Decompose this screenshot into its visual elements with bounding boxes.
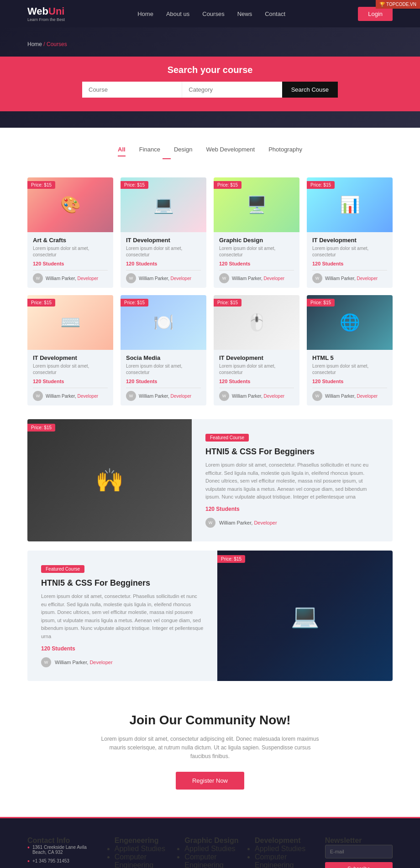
author-name: William Parker, Developer bbox=[325, 394, 378, 399]
course-students: 120 Students bbox=[219, 379, 294, 384]
course-title: IT Development bbox=[33, 354, 108, 361]
footer-development-list: Applied Studies Computer Engineering Inf… bbox=[255, 845, 311, 868]
author-avatar: W bbox=[33, 391, 43, 401]
address-bullet: • bbox=[27, 844, 30, 851]
course-title: IT Development bbox=[219, 354, 294, 361]
breadcrumb-home[interactable]: Home bbox=[27, 41, 42, 47]
author-role: Developer bbox=[77, 276, 98, 281]
author-role: Developer bbox=[77, 394, 98, 399]
featured-image-2: Price: $15 💻 bbox=[217, 551, 393, 681]
footer-newsletter: Newsletter Subscribe *We will never spam… bbox=[325, 837, 393, 868]
course-author: W William Parker, Developer bbox=[219, 270, 294, 283]
author-avatar: W bbox=[312, 391, 322, 401]
course-image: Price: $15 💻 bbox=[121, 177, 206, 232]
course-students: 120 Students bbox=[312, 261, 387, 266]
footer-graphic-title: Graphic Design bbox=[184, 837, 241, 845]
course-image: Price: $15 🎨 bbox=[27, 177, 113, 232]
course-students: 120 Students bbox=[33, 261, 108, 266]
course-info: Graphic Design Lorem ipsum dolor sit ame… bbox=[214, 232, 299, 288]
list-item: Applied Studies bbox=[184, 845, 241, 853]
nav-contact[interactable]: Contact bbox=[265, 10, 285, 17]
filter-tab-photography[interactable]: Photography bbox=[268, 146, 302, 156]
course-image: Price: $15 ⌨️ bbox=[27, 295, 113, 350]
author-avatar: W bbox=[33, 273, 43, 283]
list-item: Applied Studies bbox=[115, 845, 171, 853]
price-badge: Price: $15 bbox=[307, 181, 335, 189]
course-card: Price: $15 🎨 Art & Crafts Lorem ipsum do… bbox=[27, 177, 113, 288]
login-button[interactable]: Login bbox=[358, 7, 393, 21]
course-card: Price: $15 🖱️ IT Development Lorem ipsum… bbox=[214, 295, 299, 405]
featured-image-1: Price: $15 🙌 bbox=[27, 419, 192, 541]
author-name: William Parker, Developer bbox=[139, 276, 191, 281]
search-section: Search your course Search Couse bbox=[0, 57, 420, 111]
course-card: Price: $15 🖥️ Graphic Design Lorem ipsum… bbox=[214, 177, 299, 288]
price-badge: Price: $15 bbox=[214, 181, 242, 189]
register-button[interactable]: Register Now bbox=[176, 772, 244, 790]
course-title: Socia Media bbox=[126, 354, 201, 361]
course-image: Price: $15 🖥️ bbox=[214, 177, 299, 232]
featured-content-1: Featured Course HTNl5 & CSS For Begginer… bbox=[192, 419, 393, 541]
course-info: IT Development Lorem ipsum dolor sit ame… bbox=[214, 350, 299, 405]
course-card: Price: $15 ⌨️ IT Development Lorem ipsum… bbox=[27, 295, 113, 405]
breadcrumb: Home / Courses bbox=[27, 36, 393, 57]
author-name: William Parker, Developer bbox=[219, 520, 277, 525]
newsletter-email-input[interactable] bbox=[325, 845, 393, 858]
filter-tab-finance[interactable]: Finance bbox=[139, 146, 160, 156]
filter-tabs: All Finance Design Web Development Photo… bbox=[27, 146, 393, 156]
nav-about[interactable]: About us bbox=[166, 10, 189, 17]
course-card: Price: $15 💻 IT Development Lorem ipsum … bbox=[121, 177, 206, 288]
subscribe-button[interactable]: Subscribe bbox=[325, 862, 393, 868]
course-image: Price: $15 🍽️ bbox=[121, 295, 206, 350]
course-desc: Lorem ipsum dolor sit amet, consectetur bbox=[219, 363, 294, 376]
course-input[interactable] bbox=[82, 82, 182, 98]
course-desc: Lorem ipsum dolor sit amet, consectetur bbox=[126, 245, 201, 258]
course-grid: Price: $15 🎨 Art & Crafts Lorem ipsum do… bbox=[0, 168, 420, 415]
featured-course-1: Price: $15 🙌 Featured Course HTNl5 & CSS… bbox=[27, 419, 393, 541]
author-avatar: W bbox=[126, 391, 136, 401]
featured-price-badge-1: Price: $15 bbox=[27, 424, 55, 431]
footer-development-title: Development bbox=[255, 837, 311, 845]
course-author: W William Parker, Developer bbox=[33, 388, 108, 401]
featured-section-wrapper-1: Price: $15 🙌 Featured Course HTNl5 & CSS… bbox=[0, 415, 420, 546]
course-info: Socia Media Lorem ipsum dolor sit amet, … bbox=[121, 350, 206, 405]
author-role: Developer bbox=[357, 394, 378, 399]
author-role: Developer bbox=[357, 276, 378, 281]
featured-content-2: Featured Course HTNl5 & CSS For Begginer… bbox=[27, 551, 217, 681]
price-badge: Price: $15 bbox=[121, 181, 148, 189]
filter-tab-all[interactable]: All bbox=[118, 146, 126, 156]
author-avatar: W bbox=[126, 273, 136, 283]
logo-web: Web bbox=[27, 5, 48, 17]
filter-tab-design[interactable]: Design bbox=[174, 146, 192, 156]
course-image: Price: $15 🌐 bbox=[307, 295, 393, 350]
nav-courses[interactable]: Courses bbox=[202, 10, 224, 17]
address-text: 1361 Creekside Lane Avila Beach, CA 932 bbox=[32, 845, 101, 855]
nav-home[interactable]: Home bbox=[137, 10, 153, 17]
course-title: IT Development bbox=[126, 237, 201, 244]
course-info: Art & Crafts Lorem ipsum dolor sit amet,… bbox=[27, 232, 113, 288]
author-avatar: W bbox=[41, 657, 51, 667]
course-students: 120 Students bbox=[126, 379, 201, 384]
course-info: IT Development Lorem ipsum dolor sit ame… bbox=[121, 232, 206, 288]
header: WebUni Learn From the Best Home About us… bbox=[0, 0, 420, 27]
filter-tab-web-dev[interactable]: Web Development bbox=[206, 146, 255, 156]
author-name: William Parker, Developer bbox=[325, 276, 378, 281]
footer-engineering: Engeneering Applied Studies Computer Eng… bbox=[115, 837, 171, 868]
nav-news[interactable]: News bbox=[237, 10, 252, 17]
footer: Contact Info • 1361 Creekside Lane Avila… bbox=[0, 818, 420, 868]
course-card: Price: $15 📊 IT Development Lorem ipsum … bbox=[307, 177, 393, 288]
community-section: Join Our Community Now! Lorem ipsum dolo… bbox=[0, 686, 420, 817]
price-badge: Price: $15 bbox=[214, 299, 242, 307]
featured-course-2: Featured Course HTNl5 & CSS For Begginer… bbox=[27, 551, 393, 681]
list-item: Applied Studies bbox=[255, 845, 311, 853]
featured-author-2: W William Parker, Developer bbox=[41, 657, 204, 667]
search-button[interactable]: Search Couse bbox=[282, 82, 338, 98]
list-item: Computer Engineering bbox=[255, 853, 311, 868]
course-card: Price: $15 🍽️ Socia Media Lorem ipsum do… bbox=[121, 295, 206, 405]
featured-image-icon-1: 🙌 bbox=[95, 467, 124, 494]
footer-engineering-list: Applied Studies Computer Engineering Sof… bbox=[115, 845, 171, 868]
category-input[interactable] bbox=[182, 82, 282, 98]
author-name: William Parker, Developer bbox=[232, 394, 284, 399]
author-role: Developer bbox=[263, 276, 284, 281]
course-info: IT Development Lorem ipsum dolor sit ame… bbox=[27, 350, 113, 405]
featured-title-1: HTNl5 & CSS For Begginers bbox=[205, 447, 379, 457]
